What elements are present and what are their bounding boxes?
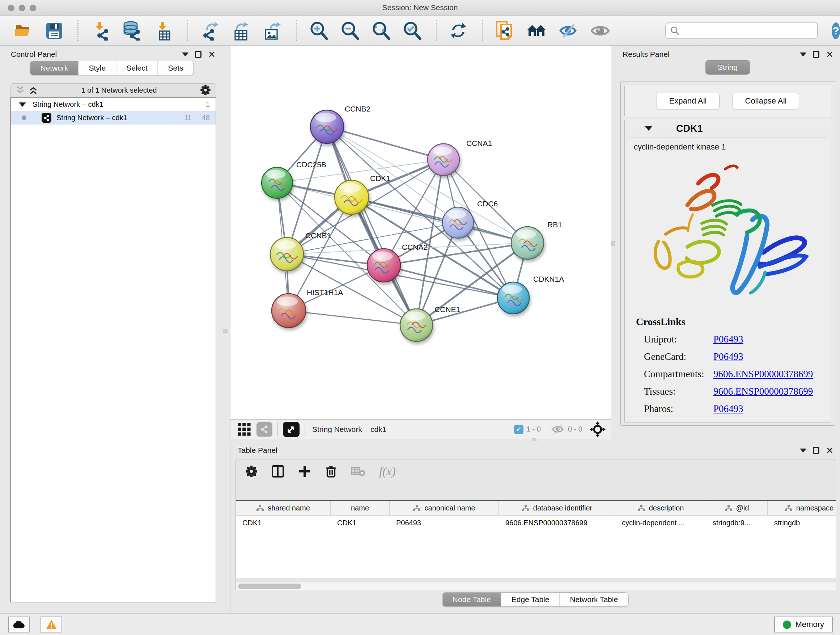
warning-status-button[interactable]	[41, 616, 62, 632]
node-HIST1H1A[interactable]	[272, 294, 306, 328]
zoom-selected-button[interactable]	[403, 21, 422, 41]
edge-HIST1H1A-CCNE1[interactable]	[289, 310, 416, 325]
panel-float-icon[interactable]	[813, 51, 819, 58]
node-RB1[interactable]	[511, 226, 544, 259]
column-header-name[interactable]: name	[331, 501, 390, 515]
grid-view-icon[interactable]	[237, 422, 251, 437]
save-session-button[interactable]	[46, 21, 63, 41]
help-button[interactable]: ?	[832, 22, 840, 39]
home-button[interactable]	[526, 21, 546, 41]
panel-close-icon[interactable]: ✕	[208, 51, 216, 58]
crosslink-link[interactable]: P06493	[714, 334, 744, 345]
clone-network-icon	[495, 20, 514, 41]
hide-selected-button[interactable]	[559, 21, 578, 41]
gene-header-row[interactable]: CDK1	[625, 120, 831, 137]
collapse-all-icon[interactable]	[16, 86, 25, 95]
network-view[interactable]: CCNB2CCNA1CDC25BCDK1CDC6RB1CCNB1CCNA2CDK…	[230, 46, 611, 419]
table-panel: Table Panel ✕	[230, 441, 840, 613]
main-toolbar: ?	[0, 16, 840, 46]
selected-checkbox-icon[interactable]: ✓	[514, 424, 523, 434]
node-CCNB1[interactable]	[270, 238, 303, 271]
import-table-file-button[interactable]	[154, 21, 172, 41]
import-network-database-button[interactable]	[122, 21, 141, 41]
memory-button[interactable]: Memory	[774, 616, 833, 632]
crosslink-link[interactable]: P06493	[714, 351, 744, 363]
delete-column-icon[interactable]	[325, 465, 337, 478]
node-CDC25B[interactable]	[262, 167, 293, 198]
expand-all-button[interactable]: Expand All	[657, 93, 720, 109]
birdseye-view-icon[interactable]	[283, 422, 300, 437]
show-all-button[interactable]	[591, 21, 609, 41]
panel-menu-icon[interactable]	[800, 448, 806, 453]
column-header-canonical-name[interactable]: canonical name	[390, 501, 499, 515]
panel-float-icon[interactable]	[195, 51, 202, 58]
tab-network[interactable]: Network	[30, 61, 78, 75]
results-panel-chrome: ✕	[800, 51, 834, 58]
export-table-button[interactable]	[232, 21, 250, 41]
tree-collapse-icon[interactable]	[19, 103, 26, 107]
export-image-button[interactable]	[263, 21, 281, 41]
node-CDK1[interactable]	[335, 180, 369, 214]
panel-float-icon[interactable]	[813, 447, 819, 454]
network-list: String Network – cdk1 1 String Network –…	[10, 97, 216, 602]
tab-sets[interactable]: Sets	[158, 61, 194, 75]
tab-edge-table[interactable]: Edge Table	[501, 593, 560, 606]
table-gear-icon[interactable]	[245, 465, 257, 478]
tab-style[interactable]: Style	[78, 61, 116, 75]
node-CCNA2[interactable]	[367, 249, 401, 282]
edge-CCNA2-CDKN1A[interactable]	[384, 265, 513, 298]
network-collection-row[interactable]: String Network – cdk1 1	[11, 98, 216, 111]
collapse-all-button[interactable]: Collapse All	[733, 93, 799, 109]
nodes	[262, 110, 544, 341]
crosslink-row: Uniprot:P06493	[636, 334, 824, 345]
tab-select[interactable]: Select	[116, 61, 157, 75]
tab-network-table[interactable]: Network Table	[559, 593, 628, 606]
expand-all-icon[interactable]	[28, 86, 38, 95]
crosslink-link[interactable]: P06493	[714, 403, 744, 415]
zoom-out-button[interactable]	[340, 21, 359, 41]
zoom-in-button[interactable]	[309, 21, 328, 41]
panel-close-icon[interactable]: ✕	[826, 447, 834, 454]
search-input[interactable]	[680, 27, 817, 35]
panel-close-icon[interactable]: ✕	[826, 51, 834, 58]
string-view-icon[interactable]	[256, 422, 272, 437]
column-header-namespace[interactable]: namespace	[767, 501, 836, 515]
table-row[interactable]: CDK1CDK1P064939606.ENSP00000378699cyclin…	[236, 516, 836, 530]
edge-CDK1-RB1[interactable]	[352, 197, 527, 243]
node-CCNE1[interactable]	[400, 309, 433, 341]
refresh-layout-button[interactable]	[449, 21, 467, 41]
gear-icon[interactable]	[200, 85, 211, 96]
left-splitter-grip[interactable]	[223, 329, 227, 333]
gene-collapse-icon[interactable]	[645, 126, 652, 131]
export-network-button[interactable]	[201, 21, 219, 41]
pan-crosshair-icon[interactable]	[590, 421, 606, 437]
column-header-database-identifier[interactable]: database identifier	[499, 501, 615, 515]
add-column-icon[interactable]	[298, 465, 311, 478]
column-header-description[interactable]: description	[615, 501, 706, 515]
panel-menu-icon[interactable]	[182, 52, 188, 57]
search-icon	[670, 26, 680, 35]
zoom-fit-button[interactable]	[371, 21, 390, 41]
cloud-status-button[interactable]	[8, 616, 30, 632]
node-CCNB2[interactable]	[310, 110, 344, 143]
column-header-shared-name[interactable]: shared name	[236, 501, 331, 515]
crosslink-link[interactable]: 9606.ENSP00000378699	[714, 369, 813, 380]
node-CDKN1A[interactable]	[497, 282, 529, 314]
tab-node-table[interactable]: Node Table	[442, 593, 501, 606]
open-session-button[interactable]	[14, 21, 33, 41]
crosslink-link[interactable]: 9606.ENSP00000378699	[714, 386, 813, 397]
tab-string[interactable]: String	[705, 60, 750, 74]
import-network-file-button[interactable]	[91, 21, 110, 41]
hscrollbar-thumb[interactable]	[238, 584, 302, 589]
column-header--id[interactable]: @id	[706, 501, 767, 515]
show-columns-icon[interactable]	[271, 465, 284, 478]
node-CDC6[interactable]	[442, 207, 474, 238]
node-CCNA1[interactable]	[428, 144, 459, 176]
table-hscrollbar[interactable]	[236, 583, 836, 590]
panel-menu-icon[interactable]	[800, 52, 806, 57]
network-graph[interactable]: CCNB2CCNA1CDC25BCDK1CDC6RB1CCNB1CCNA2CDK…	[231, 46, 612, 419]
toolbar-search[interactable]	[665, 22, 818, 39]
network-row[interactable]: String Network – cdk1 11 48	[11, 111, 216, 125]
table-panel-chrome: ✕	[800, 447, 834, 454]
clone-network-button[interactable]	[495, 21, 514, 41]
